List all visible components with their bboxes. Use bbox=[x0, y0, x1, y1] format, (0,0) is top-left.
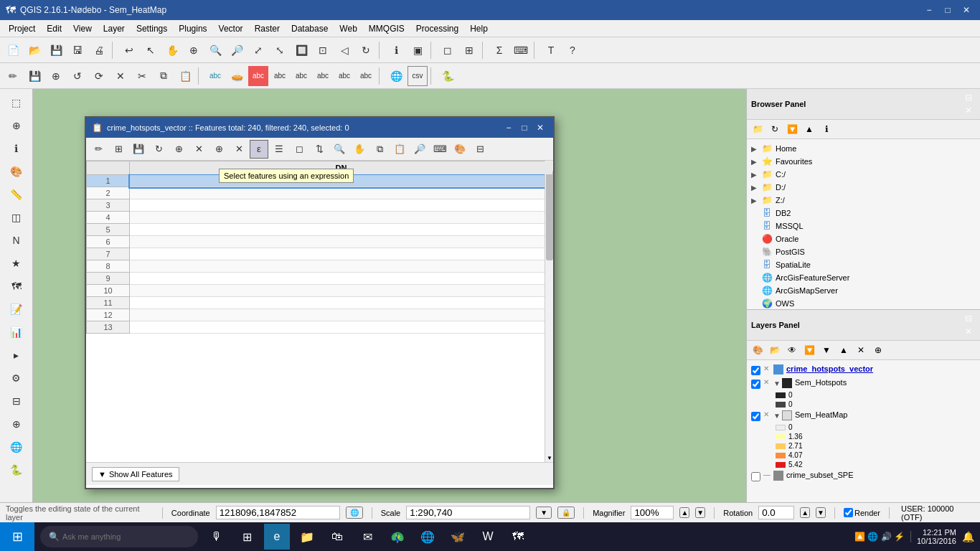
tree-item-spatialite[interactable]: 🗄 SpatiaLite bbox=[750, 258, 977, 271]
taskbar-search-box[interactable]: 🔍 bbox=[40, 526, 198, 547]
dn-cell[interactable]: 0 bbox=[130, 285, 553, 297]
taskbar-mail[interactable]: ✉ bbox=[354, 524, 380, 550]
layers-collapse-button[interactable]: ▲ bbox=[836, 342, 852, 358]
menu-layer[interactable]: Layer bbox=[98, 22, 131, 35]
tree-item-c[interactable]: ▶ 📁 C:/ bbox=[750, 168, 977, 181]
dn-cell[interactable]: 0 bbox=[130, 187, 553, 199]
lp-zoom-full[interactable]: ⬚ bbox=[4, 92, 29, 113]
menu-project[interactable]: Project bbox=[3, 22, 41, 35]
zoom-last-button[interactable]: ◁ bbox=[334, 40, 354, 60]
tree-item-ows[interactable]: 🌍 OWS bbox=[750, 297, 977, 310]
dn-cell[interactable]: 0 bbox=[130, 260, 553, 273]
start-button[interactable]: ⊞ bbox=[0, 522, 34, 551]
refresh-button[interactable]: ↻ bbox=[356, 40, 376, 60]
taskbar-nbc[interactable]: 🦚 bbox=[385, 524, 410, 550]
geo-button[interactable]: 🌐 bbox=[386, 66, 406, 86]
layers-float-button[interactable]: ⊟ bbox=[961, 312, 976, 325]
lp-layers[interactable]: ⊟ bbox=[4, 390, 29, 412]
zoom-layer-button[interactable]: ⤡ bbox=[270, 40, 290, 60]
expand-z[interactable]: ▶ bbox=[751, 197, 758, 204]
new-project-button[interactable]: 📄 bbox=[3, 40, 23, 60]
menu-view[interactable]: View bbox=[67, 22, 98, 35]
layers-filter-button[interactable]: 🔽 bbox=[801, 342, 817, 358]
tree-item-postgis[interactable]: 🐘 PostGIS bbox=[750, 245, 977, 258]
lp-log[interactable]: 📝 bbox=[4, 298, 29, 320]
browser-new-folder[interactable]: 📁 bbox=[750, 121, 765, 137]
digitize-add[interactable]: ⊕ bbox=[46, 66, 66, 86]
expand-oracle[interactable] bbox=[751, 235, 758, 243]
attr-close-button[interactable]: ✕ bbox=[533, 121, 547, 134]
taskbar-app1[interactable]: 🦋 bbox=[445, 524, 471, 550]
attr-conditional-button[interactable]: 🎨 bbox=[451, 140, 469, 159]
attr-del-row-button[interactable]: ✕ bbox=[230, 140, 248, 159]
taskbar-explorer[interactable]: 📁 bbox=[294, 524, 320, 550]
attr-minimize-button[interactable]: − bbox=[501, 121, 516, 134]
vertical-scrollbar[interactable]: ▼ bbox=[545, 161, 553, 462]
zoom-out-button[interactable]: 🔎 bbox=[227, 40, 247, 60]
layers-add-button[interactable]: ⊕ bbox=[870, 342, 886, 358]
taskbar-cortana[interactable]: 🎙 bbox=[204, 524, 230, 550]
attr-select-all-button[interactable]: ☰ bbox=[270, 140, 288, 159]
menu-settings[interactable]: Settings bbox=[131, 22, 173, 35]
taskbar-store[interactable]: 🛍 bbox=[324, 524, 350, 550]
expand-db2[interactable] bbox=[751, 209, 758, 217]
taskbar-edge[interactable]: e bbox=[264, 524, 290, 550]
select-features-button[interactable]: ▣ bbox=[407, 40, 428, 60]
browser-tree[interactable]: ▶ 📁 Home ▶ ⭐ Favourites ▶ 📁 C:/ ▶ 📁 D:/ … bbox=[747, 139, 980, 319]
attr-edit-button[interactable]: ✏ bbox=[89, 140, 108, 159]
label-abc5[interactable]: abc bbox=[313, 66, 333, 86]
taskbar-chrome[interactable]: 🌐 bbox=[415, 524, 440, 550]
label-abc2[interactable]: abc bbox=[248, 66, 268, 86]
pan-map-button[interactable]: ⊕ bbox=[184, 40, 204, 60]
attr-select-by-expr-button[interactable]: ε bbox=[250, 140, 268, 159]
tree-item-oracle[interactable]: 🔴 Oracle bbox=[750, 232, 977, 245]
help-button[interactable]: ? bbox=[562, 40, 583, 60]
render-toggle[interactable]: Render bbox=[844, 508, 880, 517]
scale-field[interactable] bbox=[406, 506, 530, 519]
rotation-down[interactable]: ▼ bbox=[816, 507, 826, 518]
identify-button[interactable]: ℹ bbox=[386, 40, 406, 60]
digitize-paste[interactable]: 📋 bbox=[175, 66, 195, 86]
zoom-selection-button[interactable]: 🔲 bbox=[291, 40, 311, 60]
layer-item-sem-hotspots[interactable]: ✕ ▼ Sem_Hotspots bbox=[750, 377, 977, 390]
lp-measure2[interactable]: ◫ bbox=[4, 207, 29, 228]
lp-north[interactable]: N bbox=[4, 230, 29, 251]
expand-arcmap[interactable] bbox=[751, 287, 758, 295]
layer-name-sem-hotspots[interactable]: Sem_Hotspots bbox=[795, 378, 847, 387]
browser-refresh[interactable]: ↻ bbox=[767, 121, 783, 137]
label-abc7[interactable]: abc bbox=[356, 66, 376, 86]
tree-item-arcfeature[interactable]: 🌐 ArcGisFeatureServer bbox=[750, 271, 977, 284]
lp-more[interactable]: ⊕ bbox=[4, 413, 29, 435]
layer-visible-sem-hotspots[interactable] bbox=[751, 380, 760, 389]
tree-item-z[interactable]: ▶ 📁 Z:/ bbox=[750, 194, 977, 207]
taskbar-qgis[interactable]: 🗺 bbox=[505, 524, 531, 550]
expand-home[interactable]: ▶ bbox=[751, 145, 758, 153]
lp-zoom-layer[interactable]: ⊕ bbox=[4, 115, 29, 136]
csv-button[interactable]: csv bbox=[407, 66, 428, 86]
layers-style-button[interactable]: 🎨 bbox=[750, 342, 765, 358]
print-button[interactable]: 🖨 bbox=[89, 40, 109, 60]
tree-item-favourites[interactable]: ▶ ⭐ Favourites bbox=[750, 155, 977, 168]
layers-open-button[interactable]: 📂 bbox=[767, 342, 783, 358]
attr-paste-button[interactable]: 📋 bbox=[390, 140, 409, 159]
expand-sem-heatmap[interactable]: ▼ bbox=[773, 412, 782, 420]
menu-mmqgis[interactable]: MMQGIS bbox=[363, 22, 410, 35]
minimize-button[interactable]: − bbox=[921, 4, 937, 17]
digitize-toggle[interactable]: ✏ bbox=[3, 66, 23, 86]
show-features-button[interactable]: ▼ Show All Features bbox=[92, 467, 179, 481]
label-abc6[interactable]: abc bbox=[334, 66, 354, 86]
digitize-save[interactable]: 💾 bbox=[24, 66, 44, 86]
dn-cell[interactable]: 0 bbox=[130, 248, 553, 260]
attr-pan-map-button[interactable]: ✋ bbox=[350, 140, 369, 159]
expand-favourites[interactable]: ▶ bbox=[751, 158, 758, 166]
expand-ows[interactable] bbox=[751, 300, 758, 308]
pan-button[interactable]: ✋ bbox=[162, 40, 182, 60]
calculator-button[interactable]: ⌨ bbox=[511, 40, 531, 60]
rotation-up[interactable]: ▲ bbox=[800, 507, 810, 518]
attr-copy-button[interactable]: ⧉ bbox=[370, 140, 389, 159]
tree-item-mssql[interactable]: 🗄 MSSQL bbox=[750, 220, 977, 232]
layer-item-sem-heatmap[interactable]: ✕ ▼ Sem_HeatMap bbox=[750, 409, 977, 423]
menu-processing[interactable]: Processing bbox=[410, 22, 464, 35]
layer-name-sem-heatmap[interactable]: Sem_HeatMap bbox=[795, 410, 847, 419]
attr-invert-button[interactable]: ⇅ bbox=[310, 140, 329, 159]
